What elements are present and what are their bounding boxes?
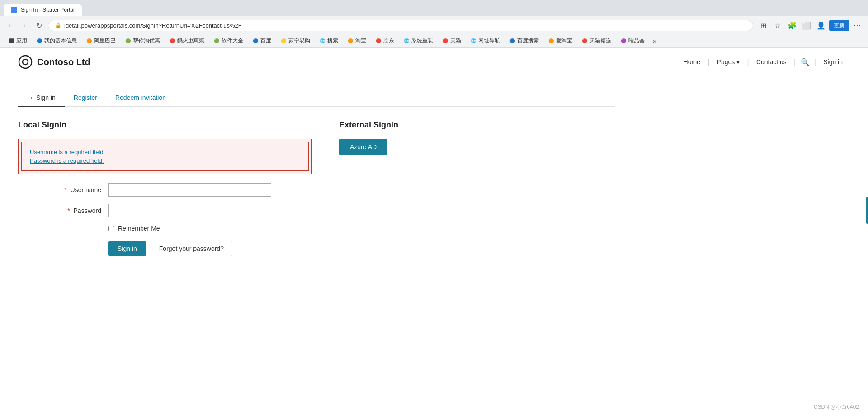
bookmark-favicon: 🔴 xyxy=(375,38,382,44)
bookmark-label: 搜索 xyxy=(327,37,338,45)
address-bar-row: ‹ › ↻ 🔒 idetail.powerappsportals.com/Sig… xyxy=(0,16,868,34)
external-signin-title: External SignIn xyxy=(339,120,615,130)
nav-pages-label: Pages xyxy=(717,58,735,66)
split-screen-button[interactable]: ⬜ xyxy=(800,19,813,32)
bookmark-myinfo[interactable]: 🔵 我的基本信息 xyxy=(33,36,80,46)
page-header: Contoso Ltd Home | Pages ▾ | Contact us … xyxy=(0,48,868,76)
svg-point-1 xyxy=(23,59,28,65)
bookmark-reinstall[interactable]: 🌐 系统重装 xyxy=(400,36,437,46)
url-text: idetail.powerappsportals.com/SignIn?Retu… xyxy=(64,22,746,29)
address-bar[interactable]: 🔒 idetail.powerappsportals.com/SignIn?Re… xyxy=(48,20,753,31)
bookmark-favicon: 🟠 xyxy=(86,38,92,44)
bookmark-jd[interactable]: 🔴 京东 xyxy=(372,36,398,46)
azure-ad-button[interactable]: Azure AD xyxy=(339,139,387,155)
bookmark-favicon: 🔵 xyxy=(36,38,42,44)
bookmark-favicon: 🟢 xyxy=(125,38,131,44)
browser-actions: ⊞ ☆ 🧩 ⬜ 👤 更新 ⋯ xyxy=(757,19,863,32)
bookmark-software[interactable]: 🟢 软件大全 xyxy=(210,36,247,46)
bookmark-tianmao[interactable]: 🔴 天猫 xyxy=(439,36,465,46)
svg-point-0 xyxy=(19,56,32,68)
password-input[interactable] xyxy=(108,204,271,217)
tab-redeem[interactable]: Redeem invitation xyxy=(106,90,175,107)
bookmark-baidu[interactable]: 🔵 百度 xyxy=(249,36,275,46)
username-required-star: * xyxy=(64,186,66,193)
bookmark-taoyouhui[interactable]: 🟢 帮你淘优惠 xyxy=(121,36,164,46)
bookmark-label: 淘宝 xyxy=(355,37,366,45)
tab-bar: Sign In - Starter Portal xyxy=(0,0,868,16)
chevron-down-icon: ▾ xyxy=(736,58,740,66)
signin-columns: Local SignIn Username is a required fiel… xyxy=(18,120,615,256)
error-password[interactable]: Password is a required field. xyxy=(30,157,300,164)
bookmark-favicon: 🌐 xyxy=(470,38,476,44)
browser-chrome: Sign In - Starter Portal ‹ › ↻ 🔒 idetail… xyxy=(0,0,868,48)
translate-button[interactable]: ⊞ xyxy=(757,19,769,32)
bookmark-label: 京东 xyxy=(383,37,394,45)
redeem-tab-label: Redeem invitation xyxy=(115,94,166,101)
username-label-text: User name xyxy=(71,186,101,193)
nav-contact[interactable]: Contact us xyxy=(749,56,794,68)
browser-tab[interactable]: Sign In - Starter Portal xyxy=(4,4,82,16)
bookmark-tianmaojx[interactable]: 🔴 天猫精选 xyxy=(578,36,615,46)
bookmark-mahuo[interactable]: 🔴 蚂火虫惠聚 xyxy=(165,36,208,46)
bookmark-favicon: ⬛ xyxy=(8,38,14,44)
bookmark-alibaba[interactable]: 🟠 阿里巴巴 xyxy=(82,36,119,46)
nav-search-button[interactable]: 🔍 xyxy=(796,55,814,69)
back-button[interactable]: ‹ xyxy=(5,20,15,31)
scrollbar[interactable] xyxy=(866,197,868,224)
extensions-button[interactable]: 🧩 xyxy=(786,19,798,32)
bookmark-baidusearch[interactable]: 🔵 百度搜索 xyxy=(505,36,542,46)
bookmark-favicon: 🟠 xyxy=(548,38,554,44)
remember-me-label[interactable]: Remember Me xyxy=(118,225,160,232)
forward-button[interactable]: › xyxy=(19,20,30,31)
remember-me-checkbox[interactable] xyxy=(108,226,114,231)
bookmark-search[interactable]: 🌐 搜索 xyxy=(316,36,342,46)
external-signin-section: External SignIn Azure AD xyxy=(339,120,615,256)
bookmark-favicon: 🟣 xyxy=(620,38,627,44)
bookmark-label: 百度 xyxy=(260,37,271,45)
tab-signin[interactable]: → Sign in xyxy=(18,90,65,107)
nav-home[interactable]: Home xyxy=(676,56,708,68)
signin-tab-label: Sign in xyxy=(36,94,56,101)
bookmark-label: 天猫精选 xyxy=(590,37,611,45)
update-button[interactable]: 更新 xyxy=(829,20,849,31)
logo-text: Contoso Ltd xyxy=(37,57,90,67)
settings-button[interactable]: ⋯ xyxy=(851,19,863,32)
bookmark-favicon: 🔴 xyxy=(581,38,588,44)
refresh-button[interactable]: ↻ xyxy=(33,20,44,31)
bookmark-suning[interactable]: 🟡 苏宁易购 xyxy=(277,36,314,46)
local-signin-section: Local SignIn Username is a required fiel… xyxy=(18,120,312,256)
password-label-text: Password xyxy=(74,207,101,214)
error-inner: Username is a required field. Password i… xyxy=(21,142,309,171)
nav-signin-button[interactable]: Sign in xyxy=(816,56,850,68)
bookmark-favicon: 🌐 xyxy=(403,38,410,44)
bookmark-label: 网址导航 xyxy=(478,37,500,45)
nav-pages[interactable]: Pages ▾ xyxy=(710,56,747,68)
tab-register[interactable]: Register xyxy=(65,90,106,107)
signin-button[interactable]: Sign in xyxy=(108,241,146,256)
bookmark-favicon: 🔴 xyxy=(169,38,175,44)
bookmark-label: 帮你淘优惠 xyxy=(133,37,160,45)
signin-tab-icon: → xyxy=(27,94,33,101)
bookmark-favicon: 🌐 xyxy=(319,38,326,44)
bookmark-nav[interactable]: 🌐 网址导航 xyxy=(467,36,504,46)
bookmark-vip[interactable]: 🟣 唯品会 xyxy=(617,36,648,46)
bookmark-label: 苏宁易购 xyxy=(288,37,310,45)
favorites-button[interactable]: ☆ xyxy=(771,19,784,32)
bookmark-label: 应用 xyxy=(16,37,27,45)
bookmark-favicon: 🟢 xyxy=(213,38,220,44)
tab-favicon xyxy=(11,7,17,13)
local-signin-title: Local SignIn xyxy=(18,120,312,130)
bookmark-label: 系统重装 xyxy=(411,37,433,45)
bookmark-aitaobao[interactable]: 🟠 爱淘宝 xyxy=(544,36,576,46)
forgot-password-button[interactable]: Forgot your password? xyxy=(151,241,232,256)
register-tab-label: Register xyxy=(74,94,97,101)
remember-me-row: Remember Me xyxy=(18,225,312,232)
bookmark-taobao[interactable]: 🟠 淘宝 xyxy=(344,36,370,46)
profile-button[interactable]: 👤 xyxy=(815,19,827,32)
bookmark-apps[interactable]: ⬛ 应用 xyxy=(5,36,31,46)
logo-icon xyxy=(18,55,33,69)
bookmark-favicon: 🔵 xyxy=(509,38,515,44)
username-input[interactable] xyxy=(108,183,271,197)
bookmarks-more[interactable]: » xyxy=(650,37,659,46)
error-username[interactable]: Username is a required field. xyxy=(30,149,300,156)
